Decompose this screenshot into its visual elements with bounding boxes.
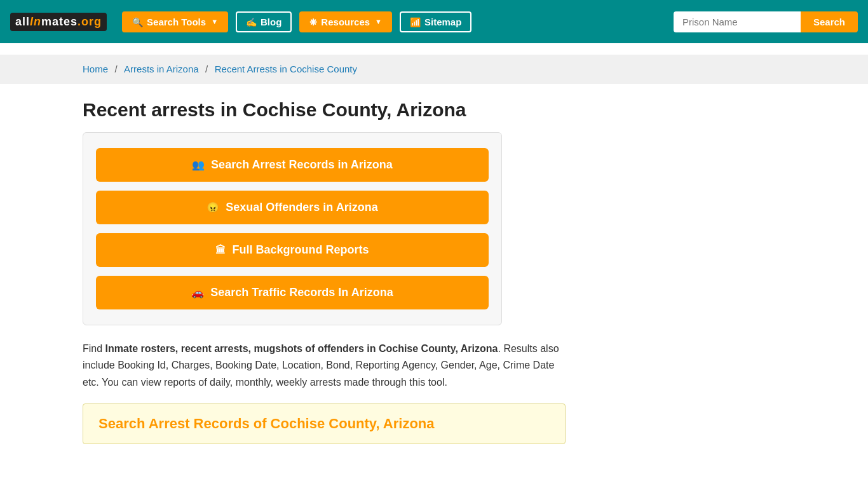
description-bold: Inmate rosters, recent arrests, mugshots… xyxy=(105,343,498,354)
breadcrumb-current: Recent Arrests in Cochise County xyxy=(215,64,357,74)
search-arrest-section: Search Arrest Records of Cochise County,… xyxy=(83,403,566,444)
sitemap-icon xyxy=(410,17,421,27)
logo-org: .org xyxy=(78,15,102,28)
blog-button[interactable]: Blog xyxy=(236,11,292,32)
logo[interactable]: allInmates.org xyxy=(10,13,107,31)
description-text: Find Inmate rosters, recent arrests, mug… xyxy=(83,341,566,391)
search-bar: Search xyxy=(674,11,858,32)
sitemap-button[interactable]: Sitemap xyxy=(400,11,471,32)
breadcrumb-arrests-arizona[interactable]: Arrests in Arizona xyxy=(124,64,199,74)
breadcrumb: Home / Arrests in Arizona / Recent Arres… xyxy=(0,55,868,84)
people-icon xyxy=(192,158,205,172)
main-content: Recent arrests in Cochise County, Arizon… xyxy=(0,84,868,459)
breadcrumb-home[interactable]: Home xyxy=(83,64,108,74)
resources-icon xyxy=(309,17,317,27)
logo-mates: mates xyxy=(41,15,78,28)
prison-name-input[interactable] xyxy=(674,11,801,32)
breadcrumb-sep-1: / xyxy=(114,64,117,74)
chevron-down-icon: ▼ xyxy=(211,18,218,25)
search-section-title: Search Arrest Records of Cochise County,… xyxy=(98,416,550,432)
blog-icon xyxy=(246,17,257,27)
breadcrumb-sep-2: / xyxy=(205,64,208,74)
building-icon xyxy=(215,243,226,257)
chevron-down-icon-resources: ▼ xyxy=(375,18,382,25)
offender-icon xyxy=(207,201,219,214)
background-reports-button[interactable]: Full Background Reports xyxy=(96,233,489,267)
action-buttons-card: Search Arrest Records in Arizona Sexual … xyxy=(83,132,502,325)
page-title: Recent arrests in Cochise County, Arizon… xyxy=(83,99,785,121)
search-tools-button[interactable]: Search Tools ▼ xyxy=(122,11,228,32)
traffic-records-button[interactable]: Search Traffic Records In Arizona xyxy=(96,276,489,309)
navbar-search-button[interactable]: Search xyxy=(801,11,858,32)
logo-in: In xyxy=(30,15,41,28)
search-arrest-records-button[interactable]: Search Arrest Records in Arizona xyxy=(96,148,489,182)
resources-button[interactable]: Resources ▼ xyxy=(299,11,392,32)
logo-all: all xyxy=(15,15,30,28)
navbar: allInmates.org Search Tools ▼ Blog Resou… xyxy=(0,0,868,43)
search-tools-icon xyxy=(132,17,143,27)
sexual-offenders-button[interactable]: Sexual Offenders in Arizona xyxy=(96,191,489,224)
car-icon xyxy=(191,286,204,299)
